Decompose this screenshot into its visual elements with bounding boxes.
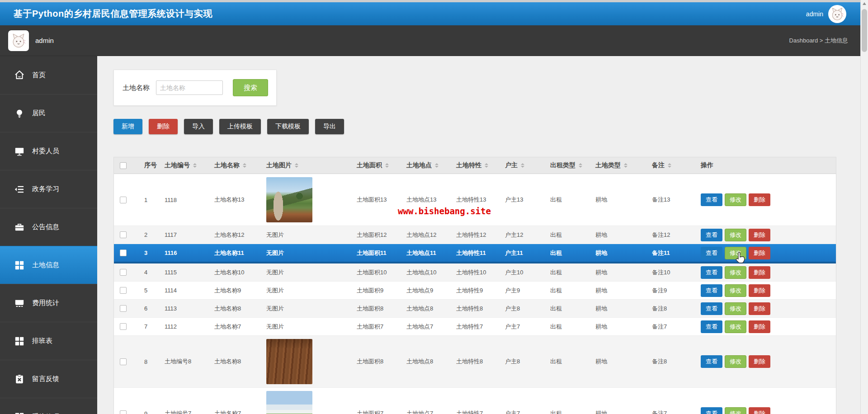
header-remark[interactable]: 备注 (648, 161, 697, 169)
scrollbar-up-arrow-icon[interactable] (861, 0, 868, 7)
sort-arrows-icon[interactable] (385, 163, 389, 168)
sort-arrows-icon[interactable] (521, 163, 524, 168)
row-checkbox[interactable] (120, 287, 127, 294)
sidebar-item-residents[interactable]: 居民 (0, 94, 97, 132)
row-action-delete[interactable]: 删除 (749, 320, 770, 333)
header-location[interactable]: 土地地点 (403, 161, 453, 169)
row-action-edit[interactable]: 修改 (725, 266, 746, 279)
mountain-photo[interactable] (266, 177, 312, 222)
row-action-edit[interactable]: 修改 (725, 302, 746, 315)
row-action-view[interactable]: 查看 (701, 320, 722, 333)
row-action-delete[interactable]: 删除 (749, 266, 770, 279)
scrollbar[interactable] (860, 0, 868, 414)
field-photo[interactable] (266, 391, 312, 414)
search-input[interactable] (156, 80, 223, 95)
cell-location: 土地地点8 (403, 358, 453, 366)
header-name[interactable]: 土地名称 (211, 161, 263, 169)
row-action-delete[interactable]: 删除 (749, 193, 770, 206)
row-action-view[interactable]: 查看 (701, 407, 722, 414)
table-row[interactable]: 31116土地名称11无图片土地面积11土地地点11土地特性11户主11出租耕地… (114, 244, 836, 263)
toolbar-button-export[interactable]: 导出 (315, 119, 344, 134)
topbar-username[interactable]: admin (806, 10, 823, 18)
row-action-view[interactable]: 查看 (701, 266, 722, 279)
row-action-edit[interactable]: 修改 (725, 193, 746, 206)
table-row[interactable]: 9土地编号7土地名称7土地面积7土地地点7土地特性7户主7出租耕地备注7查看修改… (114, 388, 836, 414)
toolbar-button-delete[interactable]: 删除 (149, 119, 178, 134)
row-action-view[interactable]: 查看 (701, 247, 722, 259)
header-area[interactable]: 土地面积 (353, 161, 403, 169)
search-button[interactable]: 搜索 (233, 79, 268, 96)
toolbar-button-add[interactable]: 新增 (113, 119, 142, 134)
row-action-delete[interactable]: 删除 (749, 284, 770, 297)
row-checkbox[interactable] (120, 231, 127, 238)
header-code[interactable]: 土地编号 (161, 161, 211, 169)
sort-arrows-icon[interactable] (295, 163, 298, 168)
header-owner[interactable]: 户主 (501, 161, 547, 169)
row-action-view[interactable]: 查看 (701, 284, 722, 297)
row-checkbox[interactable] (120, 323, 127, 330)
table-row[interactable]: 8土地编号8土地名称8土地面积8土地地点8土地特性8户主8出租耕地备注8查看修改… (114, 336, 836, 388)
scrollbar-thumb[interactable] (862, 9, 867, 52)
header-image[interactable]: 土地图片 (263, 161, 353, 169)
table-row[interactable]: 61113土地名称8无图片土地面积8土地地点8土地特性8户主8出租耕地备注8查看… (114, 300, 836, 318)
toolbar-button-download-template[interactable]: 下载模板 (267, 119, 309, 134)
header-rent-type[interactable]: 出租类型 (547, 161, 592, 169)
table-row[interactable]: 21117土地名称12无图片土地面积12土地地点12土地特性12户主12出租耕地… (114, 226, 836, 244)
topbar-user-area[interactable]: admin (806, 5, 846, 23)
row-action-delete[interactable]: 删除 (749, 407, 770, 414)
row-action-edit[interactable]: 修改 (725, 284, 746, 297)
row-action-delete[interactable]: 删除 (749, 247, 770, 259)
soil-photo[interactable] (266, 339, 312, 384)
toolbar-button-upload-template[interactable]: 上传模板 (219, 119, 261, 134)
avatar[interactable] (8, 30, 29, 51)
row-action-edit[interactable]: 修改 (725, 407, 746, 414)
select-all-checkbox[interactable] (120, 162, 127, 169)
row-checkbox[interactable] (120, 249, 127, 256)
cell-value: 户主13 (505, 196, 523, 204)
sidebar-item-announcements[interactable]: 公告信息 (0, 208, 97, 246)
header-land-type[interactable]: 土地类型 (592, 161, 648, 169)
sidebar-item-land-info[interactable]: 土地信息 (0, 246, 97, 284)
row-checkbox[interactable] (120, 197, 127, 203)
sidebar-item-schedule[interactable]: 排班表 (0, 322, 97, 360)
row-checkbox[interactable] (120, 358, 127, 365)
cell-value: 耕地 (595, 305, 607, 313)
sidebar-item-system-mgmt[interactable]: 系统管理 (0, 398, 97, 414)
sidebar-item-fee-stats[interactable]: 费用统计 (0, 284, 97, 322)
sort-arrows-icon[interactable] (193, 163, 197, 168)
table-row[interactable]: 41115土地名称10无图片土地面积10土地地点10土地特性10户主10出租耕地… (114, 263, 836, 282)
sort-arrows-icon[interactable] (624, 163, 627, 168)
row-action-edit[interactable]: 修改 (725, 229, 746, 241)
row-action-edit[interactable]: 修改 (725, 355, 746, 368)
toolbar-button-import[interactable]: 导入 (184, 119, 213, 134)
row-action-view[interactable]: 查看 (701, 302, 722, 315)
row-action-edit[interactable]: 修改 (725, 247, 746, 259)
table-row[interactable]: 11118土地名称13土地面积13土地地点13土地特性13户主13出租耕地备注1… (114, 174, 836, 226)
column-label: 土地图片 (266, 161, 292, 169)
sidebar-item-home[interactable]: 首页 (0, 56, 97, 94)
sidebar-item-feedback[interactable]: 留言反馈 (0, 360, 97, 398)
row-action-edit[interactable]: 修改 (725, 320, 746, 333)
table-row[interactable]: 71112土地名称7无图片土地面积7土地地点7土地特性7户主7出租耕地备注7查看… (114, 318, 836, 336)
row-checkbox[interactable] (120, 410, 127, 414)
row-action-view[interactable]: 查看 (701, 193, 722, 206)
row-action-view[interactable]: 查看 (701, 355, 722, 368)
sort-arrows-icon[interactable] (243, 163, 246, 168)
row-checkbox[interactable] (120, 269, 127, 276)
row-action-delete[interactable]: 删除 (749, 302, 770, 315)
cell-value: 1118 (165, 197, 177, 203)
avatar[interactable] (828, 5, 846, 23)
sidebar-item-gov-learning[interactable]: 政务学习 (0, 170, 97, 208)
header-feature[interactable]: 土地特性 (453, 161, 501, 169)
sort-arrows-icon[interactable] (668, 163, 671, 168)
table-row[interactable]: 51114土地名称9无图片土地面积9土地地点9土地特性9户主9出租耕地备注9查看… (114, 282, 836, 300)
row-action-view[interactable]: 查看 (701, 229, 722, 241)
sort-arrows-icon[interactable] (435, 163, 439, 168)
row-action-delete[interactable]: 删除 (749, 229, 770, 241)
row-action-delete[interactable]: 删除 (749, 355, 770, 368)
row-checkbox[interactable] (120, 305, 127, 312)
sidebar-item-village-committee[interactable]: 村委人员 (0, 132, 97, 170)
sort-arrows-icon[interactable] (579, 163, 582, 168)
breadcrumb[interactable]: Dashboard > 土地信息 (789, 37, 848, 45)
sort-arrows-icon[interactable] (485, 163, 488, 168)
